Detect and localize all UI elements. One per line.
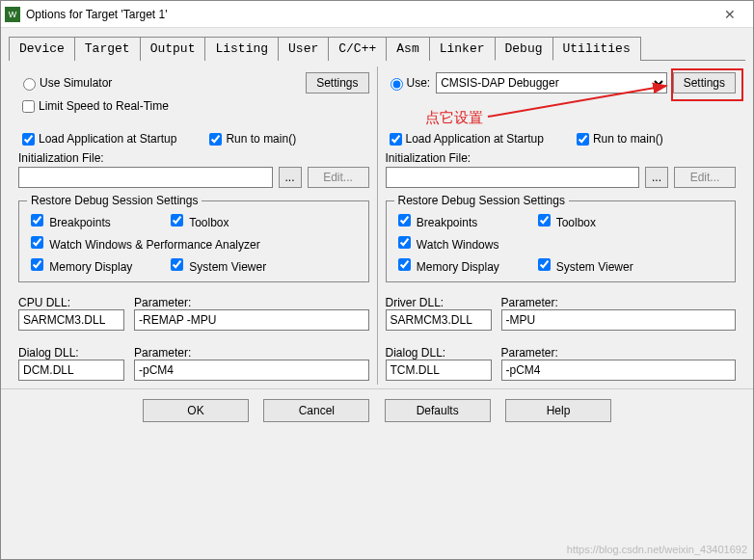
cpu-param-label: Parameter: — [134, 296, 369, 309]
hw-sysview-check[interactable] — [538, 258, 551, 271]
hw-dlg-dll-input[interactable] — [386, 360, 492, 381]
hw-toolbox-label: Toolbox — [556, 216, 596, 229]
hw-dlg-dll-label: Dialog DLL: — [386, 346, 492, 360]
sim-watch-check[interactable] — [31, 236, 43, 249]
hw-memory-label: Memory Display — [417, 260, 499, 274]
use-simulator-label: Use Simulator — [40, 76, 112, 90]
tab-device[interactable]: Device — [9, 37, 75, 61]
use-simulator-radio[interactable] — [23, 78, 36, 91]
sim-breakpoints-label: Breakpoints — [49, 216, 110, 229]
cpu-param-input[interactable] — [134, 309, 369, 331]
hw-watch-check[interactable] — [398, 236, 411, 249]
drv-dll-label: Driver DLL: — [386, 296, 492, 309]
hw-breakpoints-check[interactable] — [398, 214, 411, 227]
hw-run-main-check[interactable] — [577, 133, 589, 146]
hw-restore-legend: Restore Debug Session Settings — [394, 194, 569, 207]
window-title: Options for Target 'Target 1' — [26, 8, 711, 21]
dialog-buttons: OK Cancel Defaults Help — [1, 388, 753, 432]
hw-sysview-label: System Viewer — [556, 260, 633, 274]
hw-init-file-input[interactable] — [386, 167, 640, 188]
tab-user[interactable]: User — [278, 37, 329, 61]
sim-edit-button[interactable]: Edit... — [308, 167, 369, 188]
tab-target[interactable]: Target — [74, 37, 141, 61]
sim-memory-label: Memory Display — [49, 260, 132, 274]
annotation-text: 点它设置 — [425, 109, 483, 127]
sim-load-startup-label: Load Application at Startup — [39, 132, 176, 146]
hw-restore-group: Restore Debug Session Settings Breakpoin… — [386, 194, 737, 282]
help-button[interactable]: Help — [505, 399, 611, 422]
sim-dlg-dll-input[interactable] — [18, 360, 124, 381]
sim-init-file-label: Initialization File: — [18, 151, 369, 165]
sim-restore-legend: Restore Debug Session Settings — [27, 194, 202, 207]
tab-debug[interactable]: Debug — [495, 37, 553, 61]
sim-dlg-param-label: Parameter: — [134, 346, 369, 360]
hw-load-startup-label: Load Application at Startup — [406, 132, 544, 146]
sim-dlg-dll-label: Dialog DLL: — [18, 346, 124, 360]
limit-speed-label: Limit Speed to Real-Time — [39, 99, 169, 113]
limit-speed-check[interactable] — [22, 100, 35, 113]
cpu-dll-label: CPU DLL: — [18, 296, 124, 309]
sim-dlg-param-input[interactable] — [134, 360, 369, 381]
simulator-pane: Use Simulator Settings Limit Speed to Re… — [11, 67, 378, 385]
tabstrip: Device Target Output Listing User C/C++ … — [9, 36, 745, 61]
use-hw-label: Use: — [407, 76, 431, 90]
drv-param-input[interactable] — [501, 309, 737, 331]
ok-button[interactable]: OK — [143, 399, 249, 422]
sim-toolbox-label: Toolbox — [189, 216, 229, 229]
sim-sysview-label: System Viewer — [189, 260, 266, 274]
sim-run-main-label: Run to main() — [226, 132, 296, 146]
titlebar: W Options for Target 'Target 1' ✕ — [1, 1, 753, 28]
hw-memory-check[interactable] — [398, 258, 411, 271]
cancel-button[interactable]: Cancel — [263, 399, 369, 422]
sim-sysview-check[interactable] — [171, 258, 183, 271]
hw-edit-button[interactable]: Edit... — [674, 167, 736, 188]
hw-load-startup-check[interactable] — [390, 133, 402, 146]
hw-dlg-param-input[interactable] — [501, 360, 737, 381]
hw-init-file-label: Initialization File: — [386, 151, 737, 165]
tab-linker[interactable]: Linker — [429, 37, 496, 61]
tab-listing[interactable]: Listing — [204, 37, 279, 61]
hw-run-main-label: Run to main() — [593, 132, 663, 146]
hw-browse-button[interactable]: ... — [645, 167, 668, 188]
sim-toolbox-check[interactable] — [171, 214, 183, 227]
tab-asm[interactable]: Asm — [386, 37, 429, 61]
drv-dll-input[interactable] — [386, 309, 492, 331]
hw-watch-label: Watch Windows — [417, 238, 499, 252]
app-icon: W — [5, 7, 20, 22]
cpu-dll-input[interactable] — [18, 309, 124, 331]
sim-breakpoints-check[interactable] — [31, 214, 43, 227]
sim-browse-button[interactable]: ... — [279, 167, 302, 188]
hw-breakpoints-label: Breakpoints — [417, 216, 477, 229]
sim-init-file-input[interactable] — [18, 167, 273, 188]
use-hw-radio[interactable] — [390, 78, 403, 91]
debug-panel: Use Simulator Settings Limit Speed to Re… — [1, 61, 753, 388]
hw-toolbox-check[interactable] — [538, 214, 551, 227]
window: W Options for Target 'Target 1' ✕ Device… — [0, 0, 754, 560]
debugger-select[interactable]: CMSIS-DAP Debugger — [436, 72, 666, 93]
sim-run-main-check[interactable] — [209, 133, 222, 146]
sim-restore-group: Restore Debug Session Settings Breakpoin… — [18, 194, 369, 282]
defaults-button[interactable]: Defaults — [385, 399, 491, 422]
tab-output[interactable]: Output — [140, 37, 206, 61]
hw-dlg-param-label: Parameter: — [501, 346, 737, 360]
watermark: https://blog.csdn.net/weixin_43401692 — [567, 544, 747, 555]
tab-cpp[interactable]: C/C++ — [328, 37, 387, 61]
hw-settings-button[interactable]: Settings — [673, 72, 736, 93]
sim-settings-button[interactable]: Settings — [306, 72, 368, 93]
sim-memory-check[interactable] — [31, 258, 43, 271]
sim-watch-label: Watch Windows & Performance Analyzer — [49, 238, 259, 252]
sim-load-startup-check[interactable] — [22, 133, 35, 146]
drv-param-label: Parameter: — [501, 296, 737, 309]
close-button[interactable]: ✕ — [711, 1, 749, 28]
tab-utilities[interactable]: Utilities — [552, 37, 641, 61]
